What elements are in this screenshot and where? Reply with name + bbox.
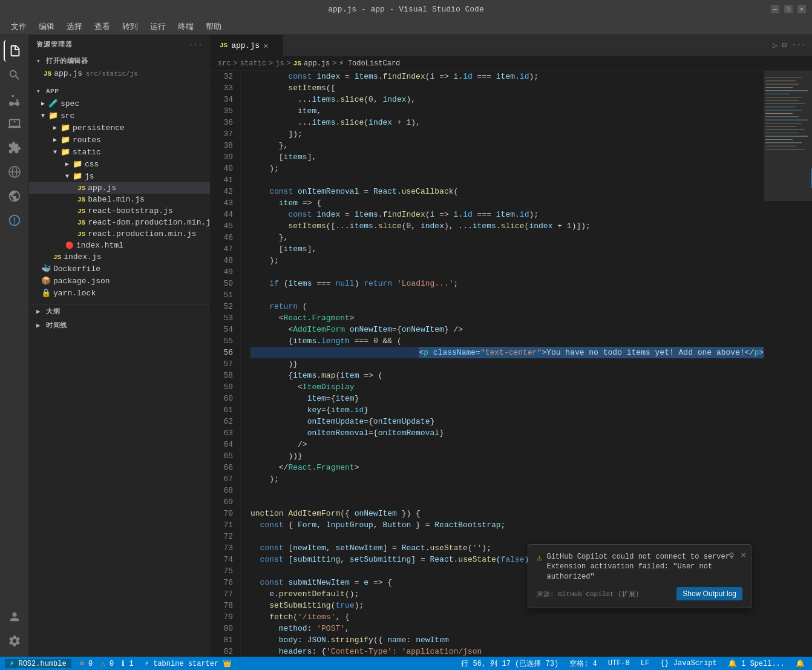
more-actions-icon[interactable]: ··· [792, 41, 806, 50]
maximize-button[interactable]: ❐ [784, 5, 793, 13]
line-numbers: 32 33 34 35 36 37 38 39 40 41 42 43 44 4… [211, 71, 241, 657]
status-language[interactable]: {} JavaScript [658, 659, 719, 668]
tab-close-icon[interactable]: ✕ [263, 41, 268, 51]
line-num-63: 63 [211, 427, 233, 439]
file-index-js[interactable]: JS index.js [29, 251, 210, 263]
activity-git[interactable] [4, 185, 25, 207]
line-num-48: 48 [211, 255, 233, 266]
folder-icon: 📁 [61, 147, 70, 157]
tab-appjs[interactable]: JS app.js ✕ [211, 35, 283, 56]
window-title: app.js - app - Visual Studio Code [328, 5, 483, 14]
code-line-63: onItemRemoval={onItemRemoval} [250, 427, 764, 439]
line-num-69: 69 [211, 496, 233, 508]
outline-toggle[interactable]: ▶ 大纲 [29, 304, 210, 318]
activity-search[interactable] [4, 64, 25, 86]
status-indent[interactable]: 空格: 4 [567, 659, 600, 669]
activity-extensions[interactable] [4, 137, 25, 159]
toggle-icon: ▾ [36, 57, 44, 65]
notification-actions: 来源: GitHub Copilot (扩展) Show Output log [537, 587, 742, 600]
menu-select[interactable]: 选择 [62, 20, 87, 33]
activity-python[interactable] [4, 209, 25, 231]
line-num-33: 33 [211, 82, 233, 94]
notification-close-icon[interactable]: ✕ [741, 550, 746, 560]
code-line-54: <AddItemForm onNewItem={onNewItem} /> [250, 324, 764, 335]
sidebar-more-options[interactable]: ··· [189, 41, 203, 48]
activity-run-debug[interactable] [4, 113, 25, 134]
folder-static[interactable]: ▼ 📁 static [29, 146, 210, 158]
status-errors[interactable]: ⊗ 0 △ 0 ℹ 1 [77, 659, 136, 668]
file-appjs[interactable]: JS app.js [29, 182, 210, 194]
file-react-bootstrap[interactable]: JS react-bootstrap.js [29, 205, 210, 217]
opened-file-path: src/static/js [86, 70, 138, 77]
show-output-button[interactable]: Show Output log [676, 587, 742, 600]
minimize-button[interactable]: — [771, 5, 779, 13]
folder-css[interactable]: ▶ 📁 css [29, 158, 210, 170]
breadcrumb-js-icon: JS [293, 60, 301, 67]
line-num-39: 39 [211, 151, 233, 163]
folder-spec[interactable]: ▶ 🧪 spec [29, 97, 210, 110]
status-encoding[interactable]: UTF-8 [606, 659, 632, 668]
status-line-ending[interactable]: LF [638, 659, 652, 668]
file-package-json[interactable]: 📦 package.json [29, 275, 210, 287]
file-babel[interactable]: JS babel.min.js [29, 194, 210, 205]
menu-goto[interactable]: 转到 [117, 20, 143, 33]
split-editor-icon[interactable]: ⊟ [782, 41, 787, 50]
line-num-40: 40 [211, 163, 233, 174]
folder-name: css [85, 160, 99, 169]
line-num-60: 60 [211, 393, 233, 404]
toggle-icon: ▶ [36, 321, 44, 329]
run-icon[interactable]: ▷ [773, 41, 778, 50]
file-react-prod[interactable]: JS react.production.min.js [29, 228, 210, 240]
file-react-dom[interactable]: JS react-dom.production.min.js [29, 217, 210, 228]
breadcrumb-src[interactable]: src [218, 59, 231, 68]
breadcrumb-component[interactable]: ⚡ TodoListCard [339, 59, 400, 68]
lock-file-icon: 🔒 [41, 288, 51, 298]
js-file-icon: JS [77, 208, 85, 215]
code-line-45: setItems([...items.slice(0, index), ...i… [250, 220, 764, 232]
breadcrumb-static[interactable]: static [240, 59, 266, 68]
activity-remote[interactable] [4, 161, 25, 183]
breadcrumb-js[interactable]: js [275, 59, 284, 68]
code-line-69 [250, 496, 764, 508]
file-dockerfile[interactable]: 🐳 Dockerfile [29, 263, 210, 275]
timeline-toggle[interactable]: ▶ 时间线 [29, 318, 210, 332]
status-spell[interactable]: 🔔 1 Spell... [725, 659, 787, 668]
menu-help[interactable]: 帮助 [201, 20, 226, 33]
menu-view[interactable]: 查看 [90, 20, 115, 33]
activity-settings[interactable] [4, 630, 25, 652]
line-num-70: 70 [211, 508, 233, 519]
menu-edit[interactable]: 编辑 [34, 20, 59, 33]
file-yarn-lock[interactable]: 🔒 yarn.lock [29, 287, 210, 299]
breadcrumb-appjs[interactable]: app.js [304, 59, 330, 68]
folder-js[interactable]: ▼ 📁 js [29, 170, 210, 182]
file-index-html[interactable]: 🔴 index.html [29, 240, 210, 251]
folder-persistence[interactable]: ▶ 📁 persistence [29, 122, 210, 134]
js-file-icon: JS [77, 231, 85, 238]
status-cursor[interactable]: 行 56, 列 17 (已选择 73) [459, 659, 561, 669]
activity-source-control[interactable] [4, 88, 25, 110]
notification-popup: ⚠ GitHub Copilot could not connect to se… [528, 544, 751, 608]
code-line-39: [items], [250, 151, 764, 163]
warning-icon: △ [101, 660, 105, 668]
app-toggle[interactable]: ▾ APP [29, 85, 210, 97]
notification-settings-icon[interactable]: ⚙ [729, 550, 734, 560]
status-notifications[interactable]: 🔔 [793, 659, 807, 668]
line-num-82: 82 [211, 646, 233, 657]
chevron-right-icon: ▶ [53, 124, 61, 131]
opened-file-appjs[interactable]: JS app.js src/static/js [29, 68, 210, 79]
code-editor[interactable]: 32 33 34 35 36 37 38 39 40 41 42 43 44 4… [211, 71, 812, 657]
line-num-65: 65 [211, 450, 233, 462]
menu-run[interactable]: 运行 [145, 20, 171, 33]
line-num-68: 68 [211, 485, 233, 496]
folder-routes[interactable]: ▶ 📁 routes [29, 134, 210, 146]
opened-editors-toggle[interactable]: ▾ 打开的编辑器 [29, 54, 210, 68]
menu-terminal[interactable]: 终端 [173, 20, 198, 33]
activity-accounts[interactable] [4, 606, 25, 628]
folder-src[interactable]: ▼ 📁 src [29, 110, 210, 122]
menu-file[interactable]: 文件 [6, 20, 31, 33]
status-tabnine[interactable]: ⚡ tabnine starter 👑 [142, 659, 235, 668]
code-line-47: [items], [250, 243, 764, 255]
close-button[interactable]: ✕ [797, 5, 806, 13]
status-remote[interactable]: ⚡ ROS2.humble [5, 659, 71, 668]
activity-explorer[interactable] [4, 40, 25, 62]
